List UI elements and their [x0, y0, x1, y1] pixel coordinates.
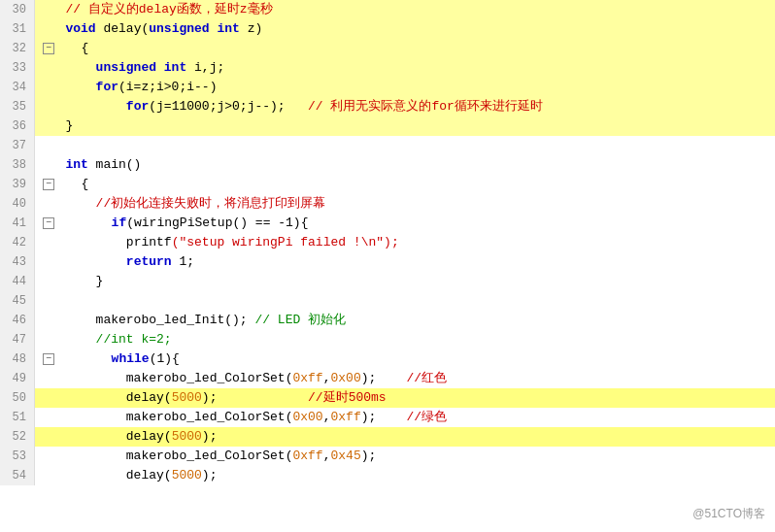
line-number: 49	[0, 369, 35, 388]
expand-icon[interactable]: −	[43, 43, 54, 54]
line-content: }	[35, 272, 775, 291]
line-content: delay(5000);	[35, 466, 775, 485]
line-content: return 1;	[35, 252, 775, 272]
line-content: printf("setup wiringPi failed !\n");	[35, 233, 775, 252]
expand-icon[interactable]: −	[43, 217, 54, 229]
line-content: − while(1){	[35, 349, 775, 369]
code-line: 53 makerobo_led_ColorSet(0xff,0x45);	[0, 447, 775, 466]
line-content: //初始化连接失败时，将消息打印到屏幕	[35, 194, 775, 214]
line-number: 38	[0, 155, 35, 175]
line-content: void delay(unsigned int z)	[35, 19, 775, 39]
code-line: 49 makerobo_led_ColorSet(0xff,0x00); //红…	[0, 369, 775, 388]
line-content: − {	[35, 39, 775, 58]
line-content: // 自定义的delay函数，延时z毫秒	[35, 0, 775, 19]
line-number: 39	[0, 175, 35, 194]
line-content: − {	[35, 175, 775, 194]
code-line: 32− {	[0, 39, 775, 58]
code-line: 35 for(j=11000;j>0;j--); // 利用无实际意义的for循…	[0, 97, 775, 116]
line-number: 35	[0, 97, 35, 116]
code-line: 48− while(1){	[0, 349, 775, 369]
line-content: makerobo_led_Init(); // LED 初始化	[35, 311, 775, 330]
line-number: 33	[0, 58, 35, 78]
line-number: 51	[0, 408, 35, 427]
line-number: 30	[0, 0, 35, 19]
line-number: 46	[0, 311, 35, 330]
line-number: 43	[0, 252, 35, 272]
line-content: makerobo_led_ColorSet(0xff,0x00); //红色	[35, 369, 775, 388]
code-line: 34 for(i=z;i>0;i--)	[0, 78, 775, 97]
code-line: 30 // 自定义的delay函数，延时z毫秒	[0, 0, 775, 19]
line-content: //int k=2;	[35, 330, 775, 349]
line-number: 53	[0, 447, 35, 466]
expand-icon[interactable]: −	[43, 353, 54, 365]
line-number: 31	[0, 19, 35, 39]
line-number: 37	[0, 136, 35, 155]
line-number: 36	[0, 116, 35, 136]
code-line: 47 //int k=2;	[0, 330, 775, 349]
line-content: makerobo_led_ColorSet(0xff,0x45);	[35, 447, 775, 466]
code-line: 40 //初始化连接失败时，将消息打印到屏幕	[0, 194, 775, 214]
watermark: @51CTO博客	[692, 506, 765, 522]
line-content: delay(5000); //延时500ms	[35, 388, 775, 408]
code-line: 31 void delay(unsigned int z)	[0, 19, 775, 39]
line-number: 42	[0, 233, 35, 252]
line-number: 54	[0, 466, 35, 485]
line-content: for(i=z;i>0;i--)	[35, 78, 775, 97]
code-line: 43 return 1;	[0, 252, 775, 272]
code-line: 36 }	[0, 116, 775, 136]
line-content: delay(5000);	[35, 427, 775, 447]
line-number: 34	[0, 78, 35, 97]
line-number: 50	[0, 388, 35, 408]
code-line: 44 }	[0, 272, 775, 291]
code-line: 52 delay(5000);	[0, 427, 775, 447]
line-number: 41	[0, 214, 35, 233]
line-number: 40	[0, 194, 35, 214]
code-line: 45	[0, 291, 775, 311]
line-number: 52	[0, 427, 35, 447]
line-number: 47	[0, 330, 35, 349]
code-line: 38 int main()	[0, 155, 775, 175]
line-content: int main()	[35, 155, 775, 175]
line-content: makerobo_led_ColorSet(0x00,0xff); //绿色	[35, 408, 775, 427]
line-number: 44	[0, 272, 35, 291]
line-content: − if(wiringPiSetup() == -1){	[35, 214, 775, 233]
line-number: 48	[0, 349, 35, 369]
code-line: 33 unsigned int i,j;	[0, 58, 775, 78]
code-line: 39− {	[0, 175, 775, 194]
code-line: 46 makerobo_led_Init(); // LED 初始化	[0, 311, 775, 330]
code-editor: 30 // 自定义的delay函数，延时z毫秒31 void delay(uns…	[0, 0, 775, 532]
expand-icon[interactable]: −	[43, 179, 54, 190]
code-line: 51 makerobo_led_ColorSet(0x00,0xff); //绿…	[0, 408, 775, 427]
code-line: 37	[0, 136, 775, 155]
line-content: unsigned int i,j;	[35, 58, 775, 78]
code-line: 42 printf("setup wiringPi failed !\n");	[0, 233, 775, 252]
line-content: }	[35, 116, 775, 136]
code-line: 50 delay(5000); //延时500ms	[0, 388, 775, 408]
line-number: 45	[0, 291, 35, 311]
line-content: for(j=11000;j>0;j--); // 利用无实际意义的for循环来进…	[35, 97, 775, 116]
line-number: 32	[0, 39, 35, 58]
code-line: 54 delay(5000);	[0, 466, 775, 485]
code-line: 41− if(wiringPiSetup() == -1){	[0, 214, 775, 233]
